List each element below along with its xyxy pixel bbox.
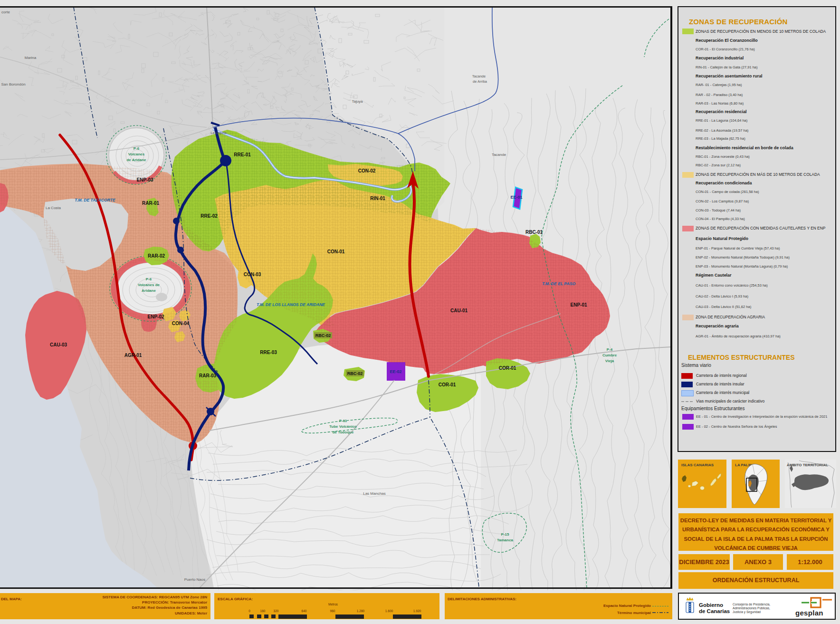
svg-text:EE-01: EE-01 [510, 195, 522, 200]
svg-text:CON-03: CON-03 [244, 272, 261, 277]
svg-text:RAR-03: RAR-03 [199, 373, 217, 378]
svg-text:Tajuya: Tajuya [352, 99, 363, 104]
svg-text:1.280: 1.280 [357, 609, 365, 613]
svg-text:ENP-03: ENP-03 [136, 177, 153, 182]
svg-text:160: 160 [260, 609, 266, 613]
svg-text:P-6: P-6 [146, 277, 152, 281]
svg-text:1.600: 1.600 [385, 609, 393, 613]
svg-text:RAR-01: RAR-01 [142, 201, 160, 206]
svg-text:ENP-02: ENP-02 [147, 314, 164, 319]
svg-text:Puerto Naos: Puerto Naos [184, 577, 205, 582]
svg-text:corte: corte [1, 10, 10, 14]
svg-text:CON-04: CON-04 [172, 321, 190, 326]
svg-text:de Todoque: de Todoque [333, 430, 354, 434]
svg-text:640: 640 [302, 609, 307, 613]
svg-text:P-6: P-6 [134, 146, 140, 151]
svg-text:RIN-01: RIN-01 [370, 196, 385, 201]
svg-text:Tamanca: Tamanca [497, 538, 514, 542]
svg-text:RRE-02: RRE-02 [200, 213, 218, 219]
svg-text:Aridane: Aridane [142, 288, 156, 293]
svg-text:COR-01: COR-01 [439, 382, 456, 387]
svg-text:Tube Volcánico: Tube Volcánico [329, 424, 357, 429]
svg-text:Tacande: Tacande [492, 153, 506, 157]
svg-text:Volcanes: Volcanes [128, 152, 145, 156]
svg-text:CON-02: CON-02 [358, 168, 376, 173]
svg-text:RRE-01: RRE-01 [234, 152, 251, 157]
svg-text:1.920: 1.920 [413, 609, 421, 613]
svg-text:San Borondón: San Borondón [1, 82, 25, 86]
svg-text:de Aridane: de Aridane [126, 158, 146, 162]
svg-text:P-15: P-15 [501, 532, 509, 537]
svg-text:RBC-02: RBC-02 [347, 371, 363, 376]
svg-text:T.M. DE LOS LLANOS DE ARIDANE: T.M. DE LOS LLANOS DE ARIDANE [257, 302, 325, 307]
svg-text:CAU-01: CAU-01 [450, 308, 468, 313]
svg-text:EE-02: EE-02 [390, 369, 401, 374]
svg-text:La Laguna: La Laguna [210, 131, 226, 135]
svg-text:320: 320 [274, 609, 279, 613]
svg-text:de Arriba: de Arriba [473, 79, 487, 84]
svg-text:960: 960 [330, 609, 335, 613]
svg-text:Marina: Marina [25, 56, 37, 60]
svg-text:RBC-01: RBC-01 [525, 230, 543, 235]
svg-text:T.M. DE EL PASO: T.M. DE EL PASO [542, 281, 576, 286]
svg-text:Cumbre: Cumbre [602, 353, 617, 357]
svg-text:RRE-03: RRE-03 [260, 350, 277, 355]
svg-text:AGR-01: AGR-01 [124, 353, 142, 358]
svg-text:P-4: P-4 [607, 347, 613, 352]
svg-text:Vieja: Vieja [605, 359, 614, 363]
svg-text:CON-01: CON-01 [327, 249, 345, 254]
svg-text:CAU-03: CAU-03 [50, 342, 67, 347]
svg-text:COR-01: COR-01 [499, 365, 516, 371]
svg-text:0: 0 [248, 609, 250, 613]
svg-text:Las Manchas: Las Manchas [363, 491, 386, 496]
svg-text:Volcanes de: Volcanes de [138, 283, 160, 287]
svg-text:La Costa: La Costa [46, 206, 61, 210]
svg-text:ENP-01: ENP-01 [570, 302, 587, 307]
svg-text:RAR-02: RAR-02 [148, 253, 165, 259]
svg-text:P-11: P-11 [339, 419, 347, 423]
svg-text:RBC-02: RBC-02 [315, 333, 331, 338]
svg-text:Tacande: Tacande [472, 74, 486, 78]
svg-text:T.M. DE TAZACORTE: T.M. DE TAZACORTE [75, 198, 115, 202]
